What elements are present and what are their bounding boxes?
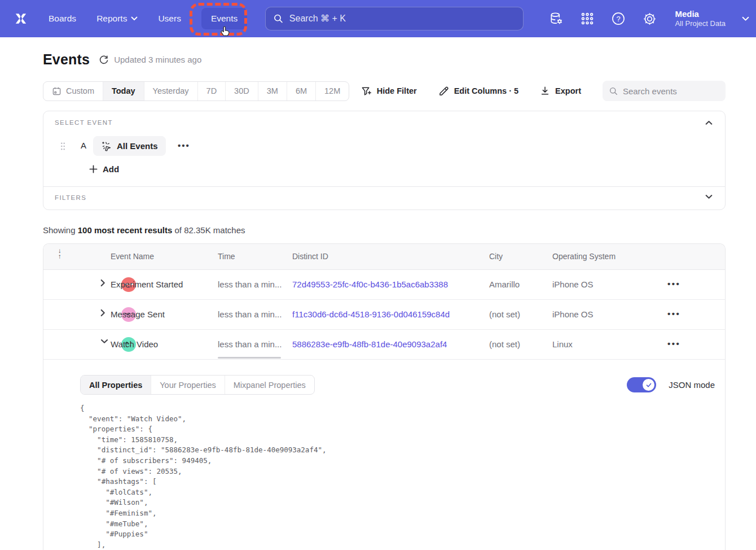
table-row-expanded[interactable]: Watch Video less than a min... 5886283e-… — [43, 330, 725, 360]
plus-icon — [89, 165, 98, 173]
summary-suffix: of 82.35K matches — [172, 225, 245, 235]
event-more-menu[interactable]: ••• — [174, 139, 194, 151]
event-city: (not set) — [489, 339, 520, 349]
chevron-up-icon — [705, 120, 713, 125]
horizontal-scrollbar-thumb[interactable] — [218, 357, 281, 359]
toggle-knob — [643, 379, 654, 391]
hide-filter-button[interactable]: Hide Filter — [361, 86, 417, 97]
event-time: less than a min... — [218, 339, 282, 349]
event-name: Watch Video — [111, 339, 158, 349]
tab-all-properties[interactable]: All Properties — [81, 376, 151, 394]
properties-tabs: All Properties Your Properties Mixpanel … — [80, 375, 315, 395]
nav-item-reports[interactable]: Reports — [96, 14, 138, 24]
nav-item-users[interactable]: Users — [158, 14, 181, 24]
settings-icon[interactable] — [641, 11, 657, 27]
row-expand-button[interactable] — [100, 279, 112, 287]
table-row[interactable]: Experiment Started less than a min... 72… — [43, 270, 725, 300]
event-name: Experiment Started — [111, 280, 183, 289]
column-header-time[interactable]: Time — [218, 252, 235, 261]
event-os: iPhone OS — [552, 309, 594, 319]
page-title: Events — [43, 51, 90, 68]
seg-label: Custom — [66, 86, 94, 95]
date-range-12m[interactable]: 12M — [315, 82, 349, 101]
date-range-custom[interactable]: Custom — [43, 82, 103, 101]
events-table: ↓↑ Event Name Time Distinct ID City Oper… — [43, 243, 726, 550]
date-range-today[interactable]: Today — [103, 82, 144, 101]
global-search[interactable] — [265, 7, 524, 30]
distinct-id-link[interactable]: 5886283e-e9fb-48fb-81de-40e9093a2af4 — [292, 339, 447, 349]
chevron-right-icon — [100, 309, 106, 317]
refresh-icon[interactable] — [99, 55, 109, 65]
svg-text:?: ? — [617, 15, 621, 23]
distinct-id-link[interactable]: f11c30d6-dc6d-4518-9136-0d046159c84d — [292, 309, 450, 319]
column-header-event-name[interactable]: Event Name — [111, 252, 154, 261]
last-updated: Updated 3 minutes ago — [99, 55, 201, 65]
chevron-down-icon — [705, 194, 713, 199]
row-menu-button[interactable]: ••• — [664, 335, 684, 352]
date-range-yesterday[interactable]: Yesterday — [144, 82, 197, 101]
seg-label: 7D — [206, 86, 217, 95]
table-row[interactable]: Message Sent less than a min... f11c30d6… — [43, 300, 725, 330]
chevron-down-icon[interactable] — [742, 16, 749, 21]
column-header-city[interactable]: City — [489, 252, 503, 261]
tab-mixpanel-properties[interactable]: Mixpanel Properties — [225, 376, 314, 394]
button-label: Hide Filter — [377, 86, 417, 95]
date-range-30d[interactable]: 30D — [225, 82, 258, 101]
add-event-button[interactable]: Add — [89, 164, 119, 174]
event-json-view: { "event": "Watch Video", "properties": … — [80, 403, 327, 550]
date-range-6m[interactable]: 6M — [287, 82, 315, 101]
expand-filters-button[interactable] — [703, 192, 715, 202]
export-button[interactable]: Export — [540, 86, 581, 96]
edit-columns-button[interactable]: Edit Columns · 5 — [438, 86, 518, 97]
event-properties-panel: All Properties Your Properties Mixpanel … — [43, 360, 725, 550]
event-time: less than a min... — [218, 309, 282, 319]
column-header-distinct-id[interactable]: Distinct ID — [292, 252, 328, 261]
search-events-input[interactable] — [623, 86, 719, 96]
date-range-7d[interactable]: 7D — [197, 82, 226, 101]
mixpanel-events-page: Boards Reports Users Events — [0, 0, 756, 550]
event-step-row: A All Events ••• — [43, 136, 725, 156]
nav-label: Users — [158, 14, 181, 24]
pencil-icon — [438, 86, 449, 97]
filters-section[interactable]: FILTERS — [43, 187, 725, 209]
chevron-down-icon — [131, 16, 138, 21]
mixpanel-logo-icon[interactable] — [11, 9, 30, 28]
date-range-3m[interactable]: 3M — [258, 82, 287, 101]
page-header: Events Updated 3 minutes ago — [43, 51, 201, 68]
nav-item-boards[interactable]: Boards — [49, 14, 76, 24]
seg-label: 3M — [267, 86, 278, 95]
event-city: (not set) — [489, 309, 520, 319]
row-menu-button[interactable]: ••• — [664, 305, 684, 322]
navbar-right: ? Media All Project Data — [548, 0, 749, 37]
summary-prefix: Showing — [43, 225, 78, 235]
event-os: Linux — [552, 339, 573, 349]
table-toolbar: Hide Filter Edit Columns · 5 Export — [361, 81, 726, 101]
help-icon[interactable]: ? — [610, 11, 626, 27]
global-search-input[interactable] — [289, 14, 515, 24]
all-events-icon — [101, 141, 112, 151]
sort-column-button[interactable]: ↓↑ — [58, 248, 61, 259]
event-time: less than a min... — [218, 280, 282, 289]
row-collapse-button[interactable] — [100, 339, 112, 344]
json-mode-control: JSON mode — [627, 377, 715, 392]
nav-label: Boards — [49, 14, 76, 24]
json-mode-toggle[interactable] — [627, 377, 656, 392]
apps-grid-icon[interactable] — [579, 11, 595, 27]
nav-item-events[interactable]: Events — [201, 8, 247, 29]
row-menu-button[interactable]: ••• — [664, 276, 684, 292]
primary-nav: Boards Reports Users Events — [49, 0, 247, 37]
column-header-os[interactable]: Operating System — [552, 252, 616, 261]
tab-label: Your Properties — [160, 381, 216, 390]
search-events-box[interactable] — [603, 81, 726, 101]
collapse-section-button[interactable] — [703, 118, 715, 128]
project-switcher[interactable]: Media All Project Data — [675, 9, 726, 29]
selected-event-name: All Events — [117, 141, 158, 151]
drag-handle[interactable] — [60, 142, 66, 151]
data-management-icon[interactable] — [548, 11, 564, 27]
row-expand-button[interactable] — [100, 309, 112, 317]
tab-your-properties[interactable]: Your Properties — [151, 376, 224, 394]
event-selector-chip[interactable]: All Events — [93, 136, 166, 156]
project-subtitle: All Project Data — [675, 19, 726, 28]
distinct-id-link[interactable]: 72d49553-25fc-4f0c-b436-1b5ac6ab3388 — [292, 280, 448, 289]
nav-label: Events — [211, 14, 238, 24]
